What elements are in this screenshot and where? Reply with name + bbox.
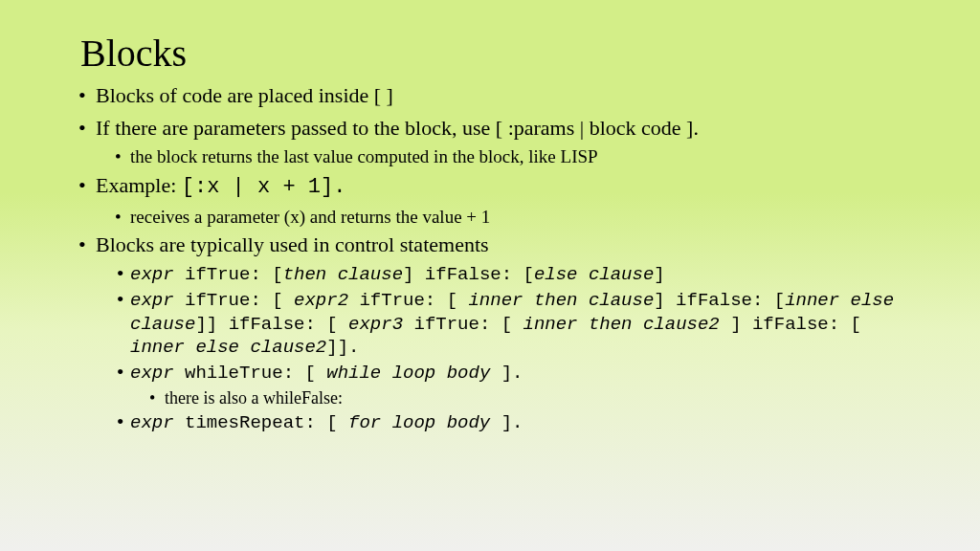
- code-ital: while loop body: [326, 363, 490, 384]
- bullet-3a: receives a parameter (x) and returns the…: [77, 206, 903, 230]
- code-text: ifTrue: [: [403, 314, 523, 335]
- code-ital: else clause: [534, 264, 654, 285]
- bullet-3: Example: [:x | x + 1].: [77, 171, 903, 202]
- code-ital: then clause: [283, 264, 403, 285]
- code-text: ] ifFalse: [: [720, 314, 861, 335]
- bullet-4: Blocks are typically used in control sta…: [77, 231, 903, 259]
- bullet-2: If there are parameters passed to the bl…: [77, 114, 903, 143]
- code-ital: inner then clause2: [523, 314, 720, 335]
- code-text: ].: [490, 363, 523, 384]
- code-ital: expr: [130, 290, 174, 311]
- code-ital: expr: [130, 363, 174, 384]
- bullet-list: Blocks of code are placed inside [ ] If …: [77, 81, 903, 435]
- bullet-1: Blocks of code are placed inside [ ]: [77, 81, 903, 110]
- example-code: [:x | x + 1].: [182, 175, 346, 199]
- code-text: ] ifFalse: [: [403, 264, 534, 285]
- bullet-4c1: there is also a whileFalse:: [77, 387, 903, 409]
- code-ital: expr2: [294, 290, 348, 311]
- bullet-4b: expr ifTrue: [ expr2 ifTrue: [ inner the…: [77, 289, 903, 360]
- bullet-2a: the block returns the last value compute…: [77, 145, 903, 169]
- code-ital: inner then clause: [468, 290, 654, 311]
- code-text: ]: [654, 264, 664, 285]
- code-text: ]].: [326, 337, 359, 358]
- bullet-4d: expr timesRepeat: [ for loop body ].: [77, 411, 903, 435]
- code-text: ]] ifFalse: [: [195, 314, 348, 335]
- slide-title: Blocks: [80, 31, 903, 76]
- code-ital: for loop body: [348, 412, 490, 433]
- code-text: whileTrue: [: [174, 363, 327, 384]
- code-text: ifTrue: [: [174, 264, 283, 285]
- code-text: ifTrue: [: [348, 290, 468, 311]
- code-text: ].: [490, 412, 523, 433]
- code-ital: expr3: [348, 314, 403, 335]
- code-text: timesRepeat: [: [174, 412, 348, 433]
- bullet-4a: expr ifTrue: [then clause] ifFalse: [els…: [77, 263, 903, 287]
- code-text: ifTrue: [: [174, 290, 294, 311]
- code-text: ] ifFalse: [: [654, 290, 785, 311]
- code-ital: expr: [130, 412, 174, 433]
- bullet-4c: expr whileTrue: [ while loop body ].: [77, 362, 903, 386]
- code-ital: expr: [130, 264, 174, 285]
- code-ital: inner else clause2: [130, 337, 326, 358]
- example-label: Example:: [96, 173, 182, 197]
